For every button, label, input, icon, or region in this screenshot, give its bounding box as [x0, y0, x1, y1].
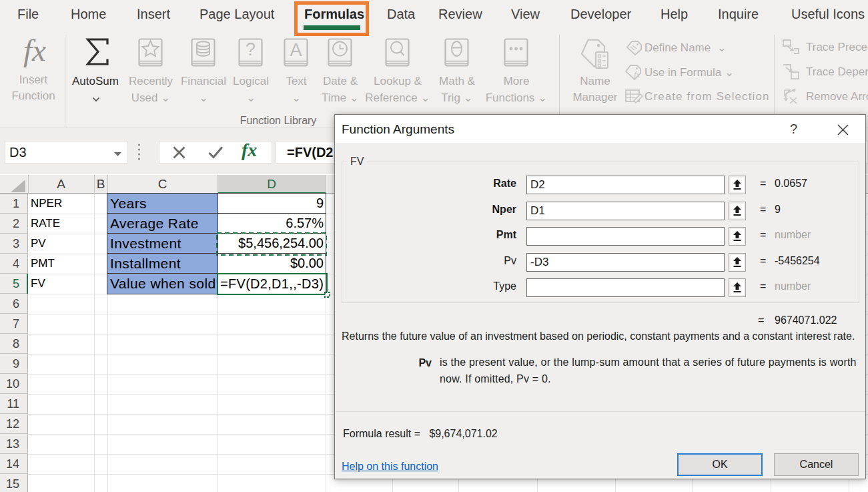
svg-text:fx: fx	[634, 69, 640, 79]
svg-text:?: ?	[246, 39, 256, 59]
svg-text:A: A	[290, 40, 302, 60]
